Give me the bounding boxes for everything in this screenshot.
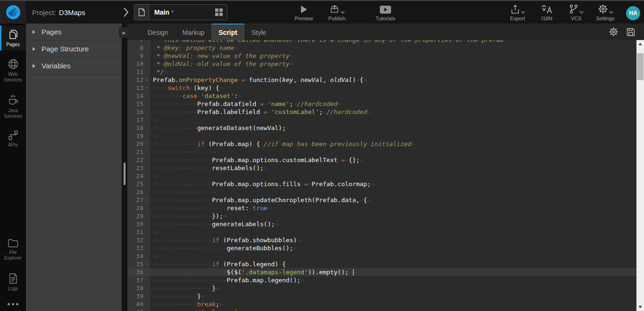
panel-section-variables[interactable]: Variables [26, 57, 122, 74]
line-gutter[interactable]: 24 [127, 172, 150, 180]
code-text[interactable]: Prefab.onPropertyChange·=·function(key,·… [150, 76, 636, 84]
code-text[interactable]: ¬ [150, 228, 636, 236]
code-line[interactable]: 10·*·@oldVal:·old·value·of·the·property¬ [127, 60, 636, 68]
scroll-down-arrow[interactable] [636, 303, 644, 311]
code-line[interactable]: 8·*·@key:·property·name¬ [127, 44, 636, 52]
code-line[interactable]: 21················¬ [127, 148, 636, 156]
code-text[interactable]: ················});¬ [150, 212, 636, 220]
code-text[interactable]: ········case·'colormap':¬ [150, 308, 636, 311]
code-line[interactable]: 35▾················if·(Prefab.legend)·{¬ [127, 260, 636, 268]
code-line[interactable]: 25················Prefab.map.options.fil… [127, 180, 636, 188]
code-line[interactable]: 17¬ [127, 116, 636, 124]
line-gutter[interactable]: 31 [127, 228, 150, 236]
code-text[interactable]: ················if·(Prefab.legend)·{¬ [150, 260, 636, 268]
save-icon[interactable] [626, 27, 636, 37]
code-text[interactable]: ················resetLabels();¬ [150, 164, 636, 172]
layout-grid-icon[interactable] [215, 5, 227, 20]
panel-scrollbar-thumb[interactable] [124, 163, 125, 185]
line-gutter[interactable]: 36 [127, 268, 150, 276]
editor-scrollbar-thumb[interactable] [637, 53, 644, 80]
line-gutter[interactable]: 26 [127, 188, 150, 196]
code-text[interactable]: ············Prefab.labelfield·=·'customL… [150, 108, 636, 116]
tab-markup[interactable]: Markup [176, 24, 212, 40]
code-text[interactable]: ················Prefab.map.options.fills… [150, 180, 636, 188]
line-gutter[interactable]: 14 [127, 92, 150, 100]
panel-section-pages[interactable]: Pages [26, 24, 122, 41]
code-line[interactable]: 9·*·@newVal:·new·value·of·the·property¬ [127, 52, 636, 60]
code-text[interactable]: ················if·(Prefab.showbubbles)¬ [150, 236, 636, 244]
rail-item-logs[interactable]: Logs [0, 270, 26, 295]
line-gutter[interactable]: 17 [127, 116, 150, 124]
code-text[interactable]: ············generateDataset(newVal);¬ [150, 124, 636, 132]
code-text[interactable]: ············if·(Prefab.map)·{·//if·map·h… [150, 140, 636, 148]
line-gutter[interactable]: 32 [127, 236, 150, 244]
line-gutter[interactable]: 21 [127, 148, 150, 156]
code-line[interactable]: 15············Prefab.datafield·=·'name';… [127, 100, 636, 108]
code-line[interactable]: 13▾····switch·(key)·{¬ [127, 84, 636, 92]
code-line[interactable]: 31¬ [127, 228, 636, 236]
panel-section-page-structure[interactable]: Page Structure [26, 41, 122, 57]
line-gutter[interactable]: 18 [127, 124, 150, 132]
code-line[interactable]: 23················resetLabels();¬ [127, 164, 636, 172]
editor-settings-gear-icon[interactable] [609, 27, 619, 37]
line-gutter[interactable]: 34 [127, 252, 150, 260]
editor-scrollbar[interactable] [636, 40, 644, 311]
panel-collapse-button[interactable]: « [119, 27, 128, 38]
line-gutter[interactable]: 27▾ [127, 196, 150, 204]
code-line[interactable]: 36····················$($('.datamaps-leg… [127, 268, 636, 276]
line-gutter[interactable]: 12▾ [127, 76, 150, 84]
code-text[interactable]: ·*·@key:·property·name¬ [150, 44, 636, 52]
line-gutter[interactable]: 33 [127, 244, 150, 252]
code-text[interactable]: ····················reset:·true¬ [150, 204, 636, 212]
rail-item-file-explorer[interactable]: File Explorer [0, 235, 26, 264]
code-line[interactable]: 37····················Prefab.map.legend(… [127, 276, 636, 284]
rail-item-apis[interactable]: APIs [0, 127, 26, 151]
line-gutter[interactable]: 19 [127, 132, 150, 140]
code-text[interactable]: ····················Prefab.map.legend();… [150, 276, 636, 284]
code-text[interactable]: ············}¬ [150, 292, 636, 300]
line-gutter[interactable]: 30 [127, 220, 150, 228]
rail-item-pages[interactable]: Pages [0, 25, 26, 50]
code-line[interactable]: 32················if·(Prefab.showbubbles… [127, 236, 636, 244]
line-gutter[interactable]: 38 [127, 284, 150, 292]
export-button[interactable]: Export [507, 3, 528, 21]
code-line[interactable]: 26················¬ [127, 188, 636, 196]
line-gutter[interactable]: 25 [127, 180, 150, 188]
code-text[interactable]: ············Prefab.datafield·=·'name';·/… [150, 100, 636, 108]
user-avatar[interactable]: HA [626, 6, 640, 20]
more-options-icon[interactable] [0, 300, 26, 308]
code-text[interactable]: ····················generateBubbles();¬ [150, 244, 636, 252]
code-line[interactable]: 11·*/¬ [127, 68, 636, 76]
code-line[interactable]: 34¬ [127, 252, 636, 260]
line-gutter[interactable]: 11 [127, 68, 150, 76]
code-line[interactable]: 24¬ [127, 172, 636, 180]
code-line[interactable]: 7·*·This·method·will·be·called·whenever·… [127, 40, 636, 44]
code-text[interactable]: ············break;¬ [150, 300, 636, 308]
line-gutter[interactable]: 8 [127, 44, 150, 52]
code-line[interactable]: 18············generateDataset(newVal);¬ [127, 124, 636, 132]
line-gutter[interactable]: 20▾ [127, 140, 150, 148]
code-text[interactable]: ¬ [150, 172, 636, 180]
line-gutter[interactable]: 7 [127, 40, 150, 44]
panel-scrollbar[interactable] [122, 24, 127, 311]
line-gutter[interactable]: 16 [127, 108, 150, 116]
tutorials-button[interactable]: Tutorials [375, 3, 396, 21]
rail-item-java-services[interactable]: Java Services [0, 90, 26, 122]
fold-marker-icon[interactable]: ▾ [143, 196, 150, 204]
line-gutter[interactable]: 10 [127, 60, 150, 68]
preview-button[interactable]: Preview [293, 3, 314, 21]
code-text[interactable]: ················Prefab.map.updateChoropl… [150, 196, 636, 204]
code-line[interactable]: 29················});¬ [127, 212, 636, 220]
code-line[interactable]: 12▾Prefab.onPropertyChange·=·function(ke… [127, 76, 636, 84]
code-text[interactable]: ········case·'dataset':¬ [150, 92, 636, 100]
i18n-button[interactable]: I18N [536, 3, 557, 21]
line-gutter[interactable]: 39 [127, 292, 150, 300]
page-tab-main[interactable]: Main * [134, 4, 227, 20]
code-text[interactable]: ················Prefab.map.options.custo… [150, 156, 636, 164]
line-gutter[interactable]: 9 [127, 52, 150, 60]
publish-button[interactable]: Publish [326, 3, 347, 21]
scroll-up-arrow[interactable] [636, 41, 644, 48]
line-gutter[interactable]: 22 [127, 156, 150, 164]
wavemaker-logo[interactable] [0, 1, 26, 24]
code-line[interactable]: 14········case·'dataset':¬ [127, 92, 636, 100]
